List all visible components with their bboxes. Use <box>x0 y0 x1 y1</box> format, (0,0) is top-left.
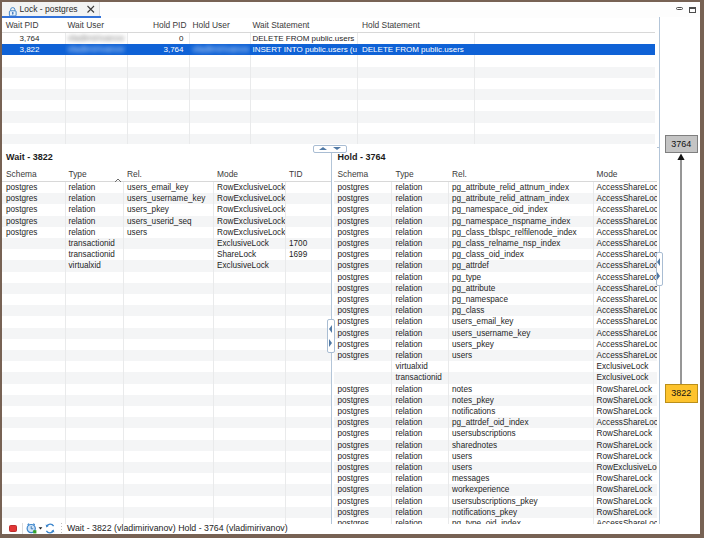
table-row[interactable]: postgresrelationnotificationsRowShareLoc… <box>334 406 658 417</box>
table-row[interactable]: postgresrelationusers_email_keyAccessSha… <box>334 316 658 327</box>
column-divider[interactable] <box>474 18 475 144</box>
table-row[interactable]: postgresrelationpg_namespaceAccessShareL… <box>334 294 658 305</box>
table-row-empty[interactable] <box>2 384 331 395</box>
table-row[interactable]: postgresrelationpg_type_oid_indexAccessS… <box>334 518 658 524</box>
column-header-rel[interactable]: Rel. <box>123 167 213 181</box>
column-header-schema[interactable]: Schema <box>334 167 392 181</box>
table-row[interactable]: postgresrelationusersRowShareLock <box>334 451 658 462</box>
table-row[interactable]: transactionidShareLock1699 <box>2 249 331 260</box>
column-divider[interactable] <box>189 18 190 144</box>
column-header-hold_user[interactable]: Hold User <box>189 18 251 32</box>
splitter-collapse-control[interactable] <box>313 145 347 153</box>
column-header-tid[interactable]: TID <box>285 167 331 181</box>
table-row-empty[interactable] <box>2 473 331 484</box>
close-icon[interactable] <box>85 3 97 15</box>
table-row-empty[interactable] <box>2 484 331 495</box>
table-row-empty[interactable] <box>2 123 655 134</box>
table-row[interactable]: postgresrelationusersubscriptions_pkeyRo… <box>334 496 658 507</box>
column-header-schema[interactable]: Schema <box>2 167 65 181</box>
table-row[interactable]: postgresrelationworkexperienceRowShareLo… <box>334 484 658 495</box>
table-row[interactable]: postgresrelationusersRowExclusiveLock <box>334 462 658 473</box>
table-row-empty[interactable] <box>2 440 331 451</box>
collapse-left-icon[interactable] <box>329 325 332 333</box>
column-divider[interactable] <box>213 167 214 524</box>
table-row-empty[interactable] <box>2 428 331 439</box>
table-row[interactable]: postgresrelationpg_classAccessShareLock <box>334 305 658 316</box>
column-divider[interactable] <box>65 167 66 524</box>
table-row-empty[interactable] <box>2 328 331 339</box>
table-row[interactable]: postgresrelationusers_username_keyAccess… <box>334 328 658 339</box>
table-row-empty[interactable] <box>2 372 331 383</box>
table-row[interactable]: postgresrelationusers_username_keyRowExc… <box>2 193 331 204</box>
table-row-empty[interactable] <box>2 417 331 428</box>
table-row[interactable]: virtualxidExclusiveLock <box>2 260 331 271</box>
table-row-empty[interactable] <box>2 406 331 417</box>
table-row-empty[interactable] <box>2 496 331 507</box>
hold-locks-panel[interactable]: Hold - 3764 SchemaTypeRel.Mode postgresr… <box>334 147 658 524</box>
table-row[interactable]: transactionidExclusiveLock <box>334 372 658 383</box>
table-row-empty[interactable] <box>2 395 331 406</box>
column-divider[interactable] <box>357 18 358 144</box>
table-row-empty[interactable] <box>2 78 655 89</box>
column-header-type[interactable]: Type <box>391 167 448 181</box>
table-row[interactable]: postgresrelationpg_attributeAccessShareL… <box>334 283 658 294</box>
table-row[interactable]: 3,764vladimirivanov0DELETE FROM public.u… <box>2 33 655 44</box>
column-divider[interactable] <box>127 18 128 144</box>
table-row[interactable]: postgresrelationnotes_pkeyRowShareLock <box>334 395 658 406</box>
refresh-icon[interactable] <box>45 523 55 534</box>
table-row-empty[interactable] <box>2 350 331 361</box>
table-row[interactable]: transactionidExclusiveLock1700 <box>2 238 331 249</box>
splitter-collapse-control-vertical[interactable] <box>327 319 335 353</box>
table-row-empty[interactable] <box>2 283 331 294</box>
graph-collapse-control[interactable] <box>656 252 664 286</box>
table-row[interactable]: postgresrelationusers_pkeyAccessShareLoc… <box>334 339 658 350</box>
column-header-wait_pid[interactable]: Wait PID <box>2 18 65 32</box>
table-row[interactable]: postgresrelationusers_userid_seqRowExclu… <box>2 216 331 227</box>
column-header-hold_statement[interactable]: Hold Statement <box>357 18 474 32</box>
column-divider[interactable] <box>250 18 251 144</box>
table-row-empty[interactable] <box>2 518 331 524</box>
table-row-empty[interactable] <box>2 294 331 305</box>
table-row-empty[interactable] <box>2 89 655 100</box>
column-divider[interactable] <box>65 18 66 144</box>
table-row-empty[interactable] <box>2 462 331 473</box>
collapse-left-icon[interactable] <box>657 258 660 266</box>
table-row-empty[interactable] <box>2 111 655 122</box>
table-row[interactable]: postgresrelationpg_namespace_nspname_ind… <box>334 216 658 227</box>
column-divider[interactable] <box>285 167 286 524</box>
table-row[interactable]: postgresrelationusersRowExclusiveLock <box>2 227 331 238</box>
table-row-empty[interactable] <box>2 451 331 462</box>
table-row[interactable]: postgresrelationpg_class_tblspc_relfilen… <box>334 227 658 238</box>
tab-lock-postgres[interactable]: Lock - postgres <box>2 2 100 16</box>
column-header-mode[interactable]: Mode <box>593 167 658 181</box>
table-row[interactable]: postgresrelationpg_attribute_relid_attna… <box>334 193 658 204</box>
collapse-up-icon[interactable] <box>319 147 327 150</box>
table-row[interactable]: postgresrelationusersubscriptionsRowShar… <box>334 428 658 439</box>
minimize-icon[interactable] <box>676 7 683 11</box>
column-header-wait_statement[interactable]: Wait Statement <box>250 18 357 32</box>
table-row[interactable]: postgresrelationnotifications_pkeyRowSha… <box>334 507 658 518</box>
column-header-hold_pid[interactable]: Hold PID <box>127 18 189 32</box>
column-header-mode[interactable]: Mode <box>213 167 285 181</box>
column-header-rel[interactable]: Rel. <box>448 167 593 181</box>
table-row[interactable]: postgresrelationpg_attrdefAccessShareLoc… <box>334 260 658 271</box>
table-row[interactable]: postgresrelationpg_namespace_oid_indexAc… <box>334 204 658 215</box>
table-row-empty[interactable] <box>2 272 331 283</box>
graph-node-waiter[interactable]: 3822 <box>665 384 699 403</box>
table-row[interactable]: postgresrelationpg_class_relname_nsp_ind… <box>334 238 658 249</box>
graph-node-holder[interactable]: 3764 <box>665 135 699 154</box>
table-row-empty[interactable] <box>2 507 331 518</box>
collapse-right-icon[interactable] <box>657 272 660 280</box>
column-divider[interactable] <box>123 167 124 524</box>
table-row[interactable]: virtualxidExclusiveLock <box>334 361 658 372</box>
table-row[interactable]: postgresrelationpg_class_oid_indexAccess… <box>334 249 658 260</box>
collapse-right-icon[interactable] <box>329 339 332 347</box>
table-row[interactable]: postgresrelationnotesRowShareLock <box>334 384 658 395</box>
table-row-empty[interactable] <box>2 316 331 327</box>
table-row[interactable]: postgresrelationusers_pkeyRowExclusiveLo… <box>2 204 331 215</box>
locks-table[interactable]: Wait PIDWait UserHold PIDHold UserWait S… <box>2 18 655 144</box>
table-row[interactable]: postgresrelationpg_attrdef_oid_indexAcce… <box>334 417 658 428</box>
collapse-down-icon[interactable] <box>333 147 341 150</box>
table-row-empty[interactable] <box>2 305 331 316</box>
table-row-empty[interactable] <box>2 361 331 372</box>
